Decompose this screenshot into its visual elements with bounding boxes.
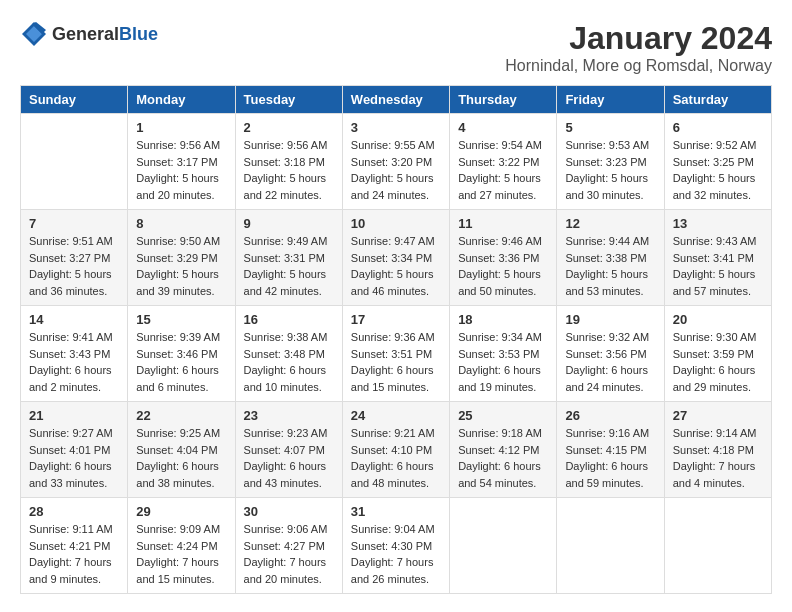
day-number: 27	[673, 408, 763, 423]
weekday-header-cell: Saturday	[664, 86, 771, 114]
day-number: 21	[29, 408, 119, 423]
calendar-day-cell: 25Sunrise: 9:18 AM Sunset: 4:12 PM Dayli…	[450, 402, 557, 498]
day-info: Sunrise: 9:34 AM Sunset: 3:53 PM Dayligh…	[458, 329, 548, 395]
day-number: 19	[565, 312, 655, 327]
day-number: 18	[458, 312, 548, 327]
day-info: Sunrise: 9:09 AM Sunset: 4:24 PM Dayligh…	[136, 521, 226, 587]
day-info: Sunrise: 9:54 AM Sunset: 3:22 PM Dayligh…	[458, 137, 548, 203]
day-info: Sunrise: 9:11 AM Sunset: 4:21 PM Dayligh…	[29, 521, 119, 587]
day-info: Sunrise: 9:43 AM Sunset: 3:41 PM Dayligh…	[673, 233, 763, 299]
calendar-day-cell: 24Sunrise: 9:21 AM Sunset: 4:10 PM Dayli…	[342, 402, 449, 498]
logo-text-general: General	[52, 24, 119, 44]
day-info: Sunrise: 9:53 AM Sunset: 3:23 PM Dayligh…	[565, 137, 655, 203]
day-info: Sunrise: 9:55 AM Sunset: 3:20 PM Dayligh…	[351, 137, 441, 203]
calendar-day-cell: 23Sunrise: 9:23 AM Sunset: 4:07 PM Dayli…	[235, 402, 342, 498]
weekday-header-cell: Thursday	[450, 86, 557, 114]
day-number: 5	[565, 120, 655, 135]
calendar-week-row: 14Sunrise: 9:41 AM Sunset: 3:43 PM Dayli…	[21, 306, 772, 402]
calendar-day-cell: 27Sunrise: 9:14 AM Sunset: 4:18 PM Dayli…	[664, 402, 771, 498]
day-info: Sunrise: 9:56 AM Sunset: 3:17 PM Dayligh…	[136, 137, 226, 203]
day-info: Sunrise: 9:36 AM Sunset: 3:51 PM Dayligh…	[351, 329, 441, 395]
calendar-week-row: 28Sunrise: 9:11 AM Sunset: 4:21 PM Dayli…	[21, 498, 772, 594]
day-number: 14	[29, 312, 119, 327]
calendar-day-cell: 31Sunrise: 9:04 AM Sunset: 4:30 PM Dayli…	[342, 498, 449, 594]
day-info: Sunrise: 9:16 AM Sunset: 4:15 PM Dayligh…	[565, 425, 655, 491]
day-number: 11	[458, 216, 548, 231]
day-number: 30	[244, 504, 334, 519]
calendar-day-cell: 3Sunrise: 9:55 AM Sunset: 3:20 PM Daylig…	[342, 114, 449, 210]
calendar-day-cell: 7Sunrise: 9:51 AM Sunset: 3:27 PM Daylig…	[21, 210, 128, 306]
calendar-day-cell: 21Sunrise: 9:27 AM Sunset: 4:01 PM Dayli…	[21, 402, 128, 498]
day-number: 2	[244, 120, 334, 135]
calendar-body: 1Sunrise: 9:56 AM Sunset: 3:17 PM Daylig…	[21, 114, 772, 594]
day-info: Sunrise: 9:38 AM Sunset: 3:48 PM Dayligh…	[244, 329, 334, 395]
calendar-week-row: 1Sunrise: 9:56 AM Sunset: 3:17 PM Daylig…	[21, 114, 772, 210]
calendar-day-cell: 8Sunrise: 9:50 AM Sunset: 3:29 PM Daylig…	[128, 210, 235, 306]
day-number: 22	[136, 408, 226, 423]
day-info: Sunrise: 9:25 AM Sunset: 4:04 PM Dayligh…	[136, 425, 226, 491]
day-number: 7	[29, 216, 119, 231]
calendar-day-cell: 4Sunrise: 9:54 AM Sunset: 3:22 PM Daylig…	[450, 114, 557, 210]
day-info: Sunrise: 9:23 AM Sunset: 4:07 PM Dayligh…	[244, 425, 334, 491]
day-number: 28	[29, 504, 119, 519]
day-number: 16	[244, 312, 334, 327]
calendar-day-cell: 18Sunrise: 9:34 AM Sunset: 3:53 PM Dayli…	[450, 306, 557, 402]
calendar-day-cell: 28Sunrise: 9:11 AM Sunset: 4:21 PM Dayli…	[21, 498, 128, 594]
day-number: 23	[244, 408, 334, 423]
day-number: 9	[244, 216, 334, 231]
day-info: Sunrise: 9:50 AM Sunset: 3:29 PM Dayligh…	[136, 233, 226, 299]
day-info: Sunrise: 9:41 AM Sunset: 3:43 PM Dayligh…	[29, 329, 119, 395]
calendar-day-cell: 12Sunrise: 9:44 AM Sunset: 3:38 PM Dayli…	[557, 210, 664, 306]
calendar-day-cell	[557, 498, 664, 594]
day-number: 13	[673, 216, 763, 231]
calendar-day-cell: 11Sunrise: 9:46 AM Sunset: 3:36 PM Dayli…	[450, 210, 557, 306]
calendar-day-cell: 5Sunrise: 9:53 AM Sunset: 3:23 PM Daylig…	[557, 114, 664, 210]
calendar-day-cell	[450, 498, 557, 594]
calendar-day-cell: 9Sunrise: 9:49 AM Sunset: 3:31 PM Daylig…	[235, 210, 342, 306]
weekday-header-row: SundayMondayTuesdayWednesdayThursdayFrid…	[21, 86, 772, 114]
calendar-day-cell: 17Sunrise: 9:36 AM Sunset: 3:51 PM Dayli…	[342, 306, 449, 402]
day-info: Sunrise: 9:06 AM Sunset: 4:27 PM Dayligh…	[244, 521, 334, 587]
day-info: Sunrise: 9:52 AM Sunset: 3:25 PM Dayligh…	[673, 137, 763, 203]
calendar-day-cell	[21, 114, 128, 210]
day-info: Sunrise: 9:46 AM Sunset: 3:36 PM Dayligh…	[458, 233, 548, 299]
title-block: January 2024 Hornindal, More og Romsdal,…	[505, 20, 772, 75]
day-number: 15	[136, 312, 226, 327]
day-info: Sunrise: 9:27 AM Sunset: 4:01 PM Dayligh…	[29, 425, 119, 491]
calendar-day-cell: 20Sunrise: 9:30 AM Sunset: 3:59 PM Dayli…	[664, 306, 771, 402]
day-number: 29	[136, 504, 226, 519]
day-number: 26	[565, 408, 655, 423]
day-number: 31	[351, 504, 441, 519]
weekday-header-cell: Sunday	[21, 86, 128, 114]
month-year-title: January 2024	[505, 20, 772, 57]
page-header: GeneralBlue January 2024 Hornindal, More…	[20, 20, 772, 75]
weekday-header-cell: Friday	[557, 86, 664, 114]
day-info: Sunrise: 9:51 AM Sunset: 3:27 PM Dayligh…	[29, 233, 119, 299]
calendar-day-cell: 14Sunrise: 9:41 AM Sunset: 3:43 PM Dayli…	[21, 306, 128, 402]
day-number: 20	[673, 312, 763, 327]
day-number: 17	[351, 312, 441, 327]
logo-text-blue: Blue	[119, 24, 158, 44]
logo-icon	[20, 20, 48, 48]
logo: GeneralBlue	[20, 20, 158, 48]
day-info: Sunrise: 9:30 AM Sunset: 3:59 PM Dayligh…	[673, 329, 763, 395]
day-number: 24	[351, 408, 441, 423]
day-info: Sunrise: 9:56 AM Sunset: 3:18 PM Dayligh…	[244, 137, 334, 203]
calendar-day-cell: 10Sunrise: 9:47 AM Sunset: 3:34 PM Dayli…	[342, 210, 449, 306]
day-info: Sunrise: 9:44 AM Sunset: 3:38 PM Dayligh…	[565, 233, 655, 299]
calendar-day-cell: 19Sunrise: 9:32 AM Sunset: 3:56 PM Dayli…	[557, 306, 664, 402]
weekday-header-cell: Tuesday	[235, 86, 342, 114]
day-number: 10	[351, 216, 441, 231]
day-info: Sunrise: 9:32 AM Sunset: 3:56 PM Dayligh…	[565, 329, 655, 395]
day-number: 4	[458, 120, 548, 135]
day-info: Sunrise: 9:04 AM Sunset: 4:30 PM Dayligh…	[351, 521, 441, 587]
day-number: 25	[458, 408, 548, 423]
calendar-day-cell: 15Sunrise: 9:39 AM Sunset: 3:46 PM Dayli…	[128, 306, 235, 402]
calendar-day-cell: 6Sunrise: 9:52 AM Sunset: 3:25 PM Daylig…	[664, 114, 771, 210]
calendar-day-cell: 1Sunrise: 9:56 AM Sunset: 3:17 PM Daylig…	[128, 114, 235, 210]
calendar-day-cell: 29Sunrise: 9:09 AM Sunset: 4:24 PM Dayli…	[128, 498, 235, 594]
day-number: 8	[136, 216, 226, 231]
calendar-week-row: 21Sunrise: 9:27 AM Sunset: 4:01 PM Dayli…	[21, 402, 772, 498]
day-info: Sunrise: 9:21 AM Sunset: 4:10 PM Dayligh…	[351, 425, 441, 491]
day-info: Sunrise: 9:49 AM Sunset: 3:31 PM Dayligh…	[244, 233, 334, 299]
